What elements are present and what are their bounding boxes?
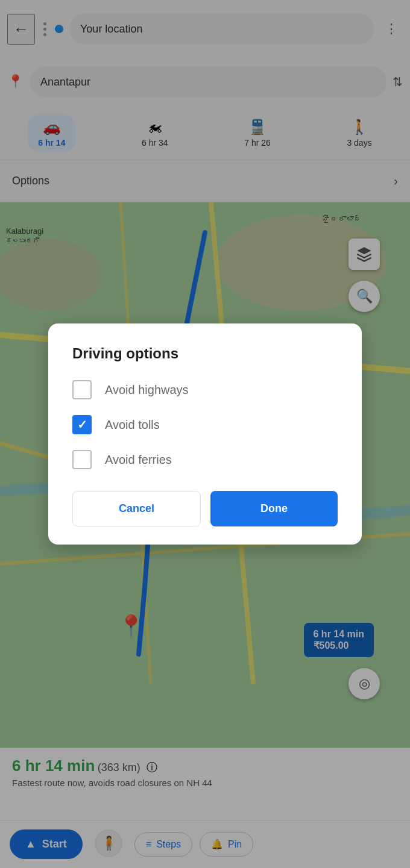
avoid-highways-label: Avoid highways	[105, 383, 189, 397]
avoid-highways-row: Avoid highways	[72, 380, 338, 399]
cancel-button[interactable]: Cancel	[72, 491, 201, 526]
avoid-ferries-row: Avoid ferries	[72, 450, 338, 469]
modal-actions: Cancel Done	[72, 491, 338, 526]
modal-overlay: Driving options Avoid highways Avoid tol…	[0, 0, 410, 868]
driving-options-modal: Driving options Avoid highways Avoid tol…	[48, 323, 362, 545]
avoid-ferries-checkbox[interactable]	[72, 450, 92, 469]
avoid-tolls-label: Avoid tolls	[105, 418, 160, 432]
avoid-tolls-row: Avoid tolls	[72, 415, 338, 434]
modal-title: Driving options	[72, 345, 338, 362]
done-button[interactable]: Done	[210, 491, 338, 526]
avoid-tolls-checkbox[interactable]	[72, 415, 92, 434]
avoid-highways-checkbox[interactable]	[72, 380, 92, 399]
avoid-ferries-label: Avoid ferries	[105, 453, 172, 467]
